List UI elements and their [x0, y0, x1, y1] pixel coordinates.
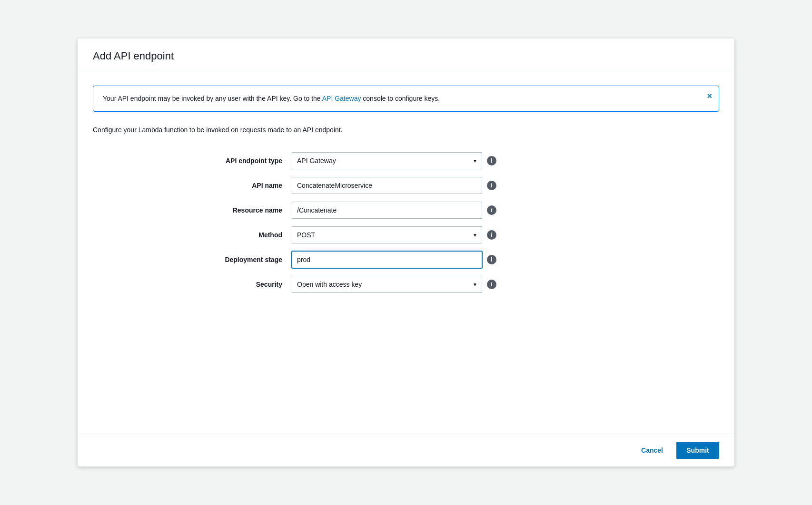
method-select[interactable]: ANY DELETE GET HEAD OPTIONS PATCH POST P… — [292, 226, 482, 243]
label-resource-name: Resource name — [197, 198, 292, 223]
dialog-body: Your API endpoint may be invoked by any … — [78, 72, 734, 434]
alert-close-button[interactable]: × — [707, 92, 712, 100]
form-grid: API endpoint type API Gateway ALB Functi… — [197, 148, 615, 297]
field-deployment-stage: i — [292, 247, 615, 272]
api-name-input[interactable] — [292, 177, 482, 194]
select-wrapper-api-endpoint-type: API Gateway ALB Function URL ▼ — [292, 152, 482, 169]
api-name-info-icon[interactable]: i — [487, 181, 496, 190]
api-gateway-link[interactable]: API Gateway — [322, 95, 361, 102]
security-select[interactable]: Open with access key Open AWS IAM — [292, 276, 482, 293]
field-api-name: i — [292, 173, 615, 198]
method-info-icon[interactable]: i — [487, 230, 496, 240]
resource-name-input[interactable] — [292, 202, 482, 219]
dialog-footer: Cancel Submit — [78, 434, 734, 466]
dialog-header: Add API endpoint — [78, 39, 734, 72]
api-endpoint-type-info-icon[interactable]: i — [487, 156, 496, 165]
label-method: Method — [197, 223, 292, 247]
submit-button[interactable]: Submit — [676, 442, 719, 459]
field-security: Open with access key Open AWS IAM ▼ i — [292, 272, 615, 297]
select-wrapper-security: Open with access key Open AWS IAM ▼ — [292, 276, 482, 293]
deployment-stage-info-icon[interactable]: i — [487, 255, 496, 264]
field-method: ANY DELETE GET HEAD OPTIONS PATCH POST P… — [292, 223, 615, 247]
alert-text-after: console to configure keys. — [361, 95, 440, 102]
field-resource-name: i — [292, 198, 615, 223]
label-api-endpoint-type: API endpoint type — [197, 148, 292, 173]
label-security: Security — [197, 272, 292, 297]
select-wrapper-method: ANY DELETE GET HEAD OPTIONS PATCH POST P… — [292, 226, 482, 243]
field-api-endpoint-type: API Gateway ALB Function URL ▼ i — [292, 148, 615, 173]
label-api-name: API name — [197, 173, 292, 198]
api-endpoint-type-select[interactable]: API Gateway ALB Function URL — [292, 152, 482, 169]
label-deployment-stage: Deployment stage — [197, 247, 292, 272]
alert-banner: Your API endpoint may be invoked by any … — [93, 86, 719, 112]
alert-text-before: Your API endpoint may be invoked by any … — [103, 95, 322, 102]
cancel-button[interactable]: Cancel — [634, 443, 671, 458]
security-info-icon[interactable]: i — [487, 280, 496, 289]
deployment-stage-input[interactable] — [292, 251, 482, 268]
add-api-endpoint-dialog: Add API endpoint Your API endpoint may b… — [78, 39, 734, 466]
description-text: Configure your Lambda function to be inv… — [93, 125, 719, 135]
dialog-title: Add API endpoint — [93, 50, 719, 62]
resource-name-info-icon[interactable]: i — [487, 205, 496, 215]
